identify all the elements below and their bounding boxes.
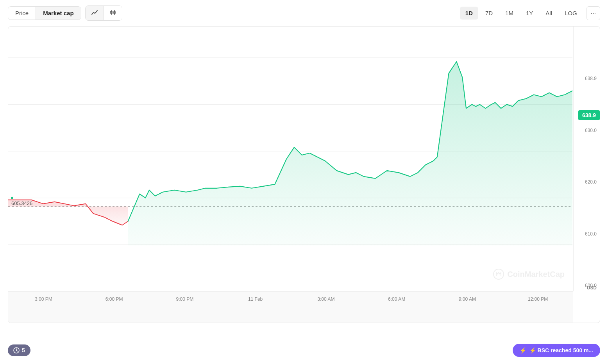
1y-button[interactable]: 1Y (520, 7, 538, 20)
chart-container: 638.9 630.0 620.0 610.0 600.0 638.9 605.… (8, 26, 600, 323)
x-label-5: 6:00 AM (361, 296, 432, 302)
1m-button[interactable]: 1M (500, 7, 519, 20)
x-label-7: 12:00 PM (502, 296, 573, 302)
coinmarketcap-logo-icon (493, 269, 504, 280)
clock-icon (13, 347, 20, 353)
bottom-bar: 5 ⚡ ⚡ BSC reached 500 m... (8, 344, 600, 357)
x-label-3: 11 Feb (220, 296, 291, 302)
bsc-notification-text: ⚡ BSC reached 500 m... (529, 347, 593, 353)
x-label-2: 9:00 PM (150, 296, 220, 302)
candlestick-button[interactable] (104, 6, 122, 20)
line-chart-button[interactable] (86, 6, 104, 20)
all-button[interactable]: All (540, 7, 558, 20)
bsc-notification-badge[interactable]: ⚡ ⚡ BSC reached 500 m... (513, 344, 600, 357)
current-price-badge: 638.9 (578, 110, 600, 120)
y-label-1: 638.9 (575, 76, 597, 81)
candlestick-icon (109, 9, 116, 16)
svg-line-14 (16, 350, 18, 351)
x-label-6: 9:00 AM (432, 296, 503, 302)
y-label-3: 620.0 (575, 179, 597, 185)
price-tab[interactable]: Price (8, 7, 36, 20)
right-controls: 1D 7D 1M 1Y All LOG ··· (460, 6, 600, 20)
more-options-button[interactable]: ··· (587, 6, 600, 20)
usd-label: USD (587, 285, 597, 291)
watermark: CoinMarketCap (493, 269, 565, 280)
tab-group: Price Market cap (8, 6, 81, 20)
7d-button[interactable]: 7D (480, 7, 498, 20)
x-label-0: 3:00 PM (8, 296, 79, 302)
lightning-icon: ⚡ (520, 347, 526, 353)
clock-count: 5 (22, 347, 25, 353)
1d-button[interactable]: 1D (460, 7, 478, 20)
y-axis: 638.9 630.0 620.0 610.0 600.0 (573, 27, 600, 291)
line-chart-icon (91, 9, 98, 16)
x-label-1: 6:00 PM (79, 296, 150, 302)
log-button[interactable]: LOG (559, 7, 583, 20)
top-bar: Price Market cap 1D 7D 1M 1Y All (0, 0, 608, 26)
clock-badge[interactable]: 5 (8, 344, 30, 356)
svg-point-10 (11, 197, 13, 199)
x-label-4: 3:00 AM (291, 296, 361, 302)
market-cap-tab[interactable]: Market cap (36, 7, 80, 20)
left-controls: Price Market cap (8, 5, 122, 21)
y-label-2: 630.0 (575, 128, 597, 133)
watermark-text: CoinMarketCap (507, 270, 565, 279)
opening-price-label: 605.3426 (11, 200, 32, 206)
price-chart-svg (8, 27, 572, 291)
svg-point-11 (494, 269, 504, 279)
x-axis: 3:00 PM 6:00 PM 9:00 PM 11 Feb 3:00 AM 6… (8, 291, 573, 323)
y-label-4: 610.0 (575, 231, 597, 237)
chart-type-group (85, 5, 122, 21)
